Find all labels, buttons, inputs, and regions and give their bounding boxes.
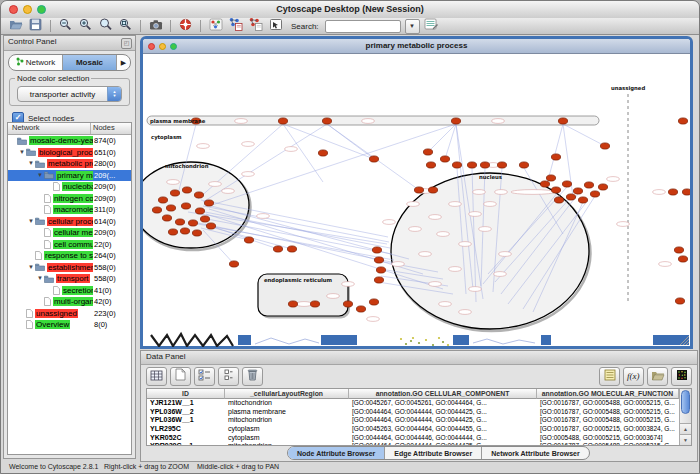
network-tree-body: mosaic-demo-yeast874(0)▼biological_proce…	[8, 135, 131, 331]
expand-arrow-icon[interactable]: ▼	[28, 160, 35, 167]
network-node	[562, 181, 571, 187]
import-attributes-button[interactable]	[599, 367, 620, 386]
lifebuoy-icon	[179, 17, 192, 35]
node-label	[167, 180, 180, 185]
table-row[interactable]: YLR295Ccytoplasm[GO:0045263, GO:0044464,…	[147, 425, 679, 434]
node-color-dropdown[interactable]: transporter activity ▲▼	[17, 86, 122, 102]
tree-row[interactable]: ▼biological_process651(0)	[8, 147, 131, 159]
table-cell: YKR052C	[147, 434, 225, 443]
control-panel-tabs: Network Mosaic ▶	[8, 54, 131, 71]
table-row[interactable]: YPL036W__2plasma membrane[GO:0044464, GO…	[147, 408, 679, 417]
tree-row[interactable]: nitrogen compo209(0)	[8, 193, 131, 205]
folder-icon	[44, 171, 54, 179]
network-node	[440, 156, 449, 162]
file-icon	[44, 228, 51, 237]
expand-arrow-icon[interactable]: ▼	[19, 149, 26, 156]
tab-network[interactable]: Network	[9, 55, 63, 70]
open-session-button[interactable]	[7, 19, 24, 34]
select-attributes-button[interactable]	[194, 367, 215, 386]
expand-arrow-icon[interactable]: ▼	[28, 218, 35, 225]
create-view-button[interactable]	[227, 19, 244, 34]
annotation-button[interactable]	[267, 19, 284, 34]
table-row[interactable]: YKR052Ccytoplasm[GO:0044464, GO:0044446,…	[147, 434, 679, 443]
load-attributes-button[interactable]	[647, 367, 668, 386]
delete-attribute-button[interactable]	[242, 367, 263, 386]
zoom-fit-button[interactable]	[97, 19, 114, 34]
tree-row[interactable]: ▼establishment of lo558(0)	[8, 262, 131, 274]
new-document-icon	[175, 367, 186, 385]
tabs-overflow-button[interactable]: ▶	[117, 55, 130, 70]
table-row[interactable]: YDR039C__1mitochondrion[GO:0044464, GO:0…	[147, 442, 679, 445]
node-label	[439, 302, 452, 307]
snapshot-button[interactable]	[147, 19, 164, 34]
data-panel: Data Panel f(x) ID_cellularLayoutRegiona…	[140, 350, 698, 462]
tab-mosaic[interactable]: Mosaic	[63, 55, 117, 70]
scroll-up-button[interactable]: ▲	[680, 423, 691, 434]
file-icon	[35, 251, 42, 260]
tree-row[interactable]: secretion41(0)	[8, 285, 131, 297]
network-node	[554, 197, 563, 203]
help-button[interactable]	[177, 19, 194, 34]
matrix-icon	[676, 367, 688, 385]
search-input[interactable]	[325, 20, 401, 33]
tree-row[interactable]: nucleobase-209(0)	[8, 181, 131, 193]
table-column-header[interactable]: annotation.GO MOLECULAR_FUNCTION	[537, 389, 679, 399]
network-canvas[interactable]: plasma membranecytoplasmmitochondrionnuc…	[143, 54, 690, 347]
function-builder-button[interactable]: f(x)	[623, 367, 644, 386]
table-column-header[interactable]: annotation.GO CELLULAR_COMPONENT	[349, 389, 537, 399]
tree-row[interactable]: multi-organism pro42(0)	[8, 296, 131, 308]
tree-row[interactable]: unassigned223(0)	[8, 308, 131, 320]
file-icon	[53, 286, 60, 295]
tree-row[interactable]: ▼primary metabo209(...	[8, 170, 131, 182]
scrollbar-thumb[interactable]	[681, 390, 690, 414]
node-label	[367, 317, 380, 322]
network-node	[192, 230, 201, 236]
network-tree: Network Nodes mosaic-demo-yeast874(0)▼bi…	[7, 122, 132, 455]
table-column-header[interactable]: _cellularLayoutRegion	[225, 389, 349, 399]
zoom-selected-button[interactable]	[117, 19, 134, 34]
table-scrollbar[interactable]: ▲ ▼	[679, 389, 691, 445]
tree-row[interactable]: ▼metabolic process280(0)	[8, 158, 131, 170]
table-cell: mitochondrion	[225, 399, 349, 408]
search-options-button[interactable]: ▼	[405, 19, 420, 34]
tree-row[interactable]: ▼cellular process614(0)	[8, 216, 131, 228]
unselect-attributes-button[interactable]	[218, 367, 239, 386]
destroy-view-button[interactable]	[247, 19, 264, 34]
edge	[327, 124, 374, 159]
tree-row[interactable]: response to stimulu264(0)	[8, 250, 131, 262]
table-column-header[interactable]: ID	[147, 389, 225, 399]
expand-arrow-icon[interactable]: ▼	[28, 264, 35, 271]
file-icon	[44, 297, 51, 306]
expand-arrow-icon[interactable]: ▼	[37, 275, 44, 282]
tree-row-label: biological_process	[38, 148, 93, 157]
tree-row[interactable]: macromolecule311(0)	[8, 204, 131, 216]
tree-row[interactable]: cell communicat22(0)	[8, 239, 131, 251]
network-overview-button[interactable]	[207, 19, 224, 34]
node-label	[383, 220, 396, 225]
attribute-editor-button[interactable]	[423, 19, 440, 34]
create-attribute-button[interactable]	[170, 367, 191, 386]
tree-row[interactable]: ▼transport558(0)	[8, 273, 131, 285]
save-session-button[interactable]	[27, 19, 44, 34]
tree-row-label: unassigned	[35, 309, 93, 318]
tree-row[interactable]: cellular metabo209(0)	[8, 227, 131, 239]
scroll-down-button[interactable]: ▼	[680, 434, 691, 445]
table-row[interactable]: YPL036W__1mitochondrion[GO:0044464, GO:0…	[147, 416, 679, 425]
attribute-batch-button[interactable]	[146, 367, 167, 386]
zoom-in-button[interactable]	[77, 19, 94, 34]
network-view-window: primary metabolic process plasma membran…	[140, 36, 693, 349]
network-node	[287, 246, 296, 252]
tab-edge-attribute-browser[interactable]: Edge Attribute Browser	[385, 447, 482, 459]
expand-arrow-icon[interactable]: ▼	[37, 172, 44, 179]
table-row[interactable]: YJR121W__1mitochondrion[GO:0045267, GO:0…	[147, 399, 679, 408]
clipped-graphics	[412, 337, 414, 339]
tab-node-attribute-browser[interactable]: Node Attribute Browser	[288, 447, 385, 459]
node-label	[449, 267, 462, 272]
tab-network-attribute-browser[interactable]: Network Attribute Browser	[482, 447, 588, 459]
float-panel-icon[interactable]: ◰	[121, 38, 132, 49]
network-node	[566, 194, 575, 200]
tree-row[interactable]: Overview8(0)	[8, 319, 131, 331]
matrix-view-button[interactable]	[671, 367, 692, 386]
zoom-out-button[interactable]	[57, 19, 74, 34]
tree-row[interactable]: mosaic-demo-yeast874(0)	[8, 135, 131, 147]
